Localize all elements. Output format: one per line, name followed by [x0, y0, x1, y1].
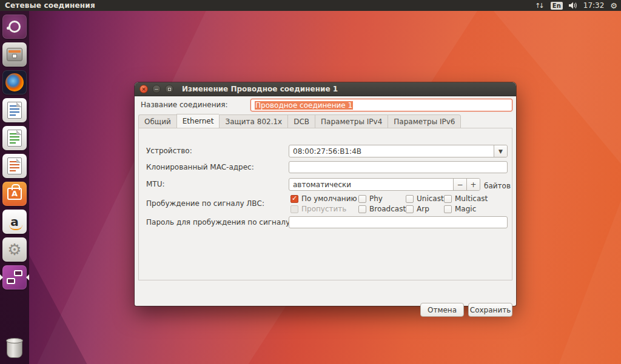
checkbox-icon — [290, 195, 298, 203]
checkbox-label: Phy — [369, 194, 383, 203]
network-connections-icon — [2, 265, 27, 290]
ethernet-tab-panel: Устройство: 08:00:27:56:B1:4B ▼ Клониров… — [138, 128, 512, 280]
mtu-value: автоматически — [293, 180, 453, 189]
checkbox-icon — [358, 195, 366, 203]
focused-app-arrow-icon — [26, 274, 29, 280]
launcher-item-libreoffice-writer[interactable] — [2, 98, 27, 122]
wake-on-lan-column: По умолчанию Пропустить — [290, 194, 357, 213]
wake-on-lan-column: Unicast Arp — [406, 194, 444, 213]
dialog-titlebar[interactable]: × − Изменение Проводное соединение 1 — [135, 82, 516, 96]
checkbox-unicast[interactable]: Unicast — [406, 194, 444, 203]
checkbox-icon — [444, 205, 452, 213]
gear-wrench-icon: ⚙ — [7, 242, 21, 257]
checkbox-arp[interactable]: Arp — [406, 205, 444, 213]
cancel-button[interactable]: Отмена — [420, 303, 464, 317]
connection-name-label: Название соединения: — [141, 101, 228, 109]
tab-ipv4-settings[interactable]: Параметры IPv4 — [315, 114, 388, 128]
launcher-item-dash-home[interactable] — [2, 15, 27, 39]
mtu-spinbutton[interactable]: автоматически − + — [289, 178, 480, 191]
calc-document-icon — [7, 130, 22, 147]
running-app-arrow-icon — [0, 274, 3, 280]
top-menu-bar: Сетевые соединения ↑↓ En 17:32 ⚙ — [0, 0, 621, 11]
checkbox-ignore: Пропустить — [290, 205, 357, 213]
checkbox-multicast[interactable]: Multicast — [444, 194, 488, 203]
launcher-item-libreoffice-impress[interactable] — [2, 154, 27, 178]
checkbox-label: Arp — [417, 205, 429, 213]
connection-name-selected-text: Проводное соединение 1 — [255, 101, 353, 110]
file-cabinet-icon — [7, 48, 22, 61]
impress-document-icon — [7, 157, 22, 174]
tab-ipv6-settings[interactable]: Параметры IPv6 — [388, 114, 461, 128]
checkbox-label: Unicast — [417, 194, 444, 203]
device-value: 08:00:27:56:B1:4B — [293, 147, 361, 156]
amazon-icon: a — [10, 216, 19, 228]
wake-on-lan-column: Phy Broadcast — [358, 194, 406, 213]
checkbox-magic[interactable]: Magic — [444, 205, 488, 213]
tab-802-1x-security[interactable]: Защита 802.1x — [219, 114, 287, 128]
minimize-button[interactable]: − — [152, 85, 161, 93]
wake-password-label: Пароль для пробуждения по сигналу ЛВС: — [146, 218, 310, 227]
writer-document-icon — [7, 102, 22, 119]
checkbox-label: Пропустить — [301, 205, 346, 213]
keyboard-layout-indicator[interactable]: En — [551, 2, 563, 10]
device-label: Устройство: — [146, 147, 192, 155]
shopping-bag-icon: A — [7, 188, 22, 200]
launcher-item-files[interactable] — [2, 42, 27, 67]
wake-on-lan-label: Пробуждение по сигналу ЛВС: — [146, 199, 264, 208]
launcher-item-software-center[interactable]: A — [2, 182, 27, 206]
system-tray: ↑↓ En 17:32 ⚙ — [535, 1, 617, 10]
checkbox-label: Multicast — [455, 194, 488, 203]
launcher-item-system-settings[interactable]: ⚙ — [2, 237, 27, 262]
mtu-increment-button[interactable]: + — [466, 179, 480, 190]
launcher-item-network-connections[interactable] — [2, 265, 27, 290]
edit-connection-dialog: × − Изменение Проводное соединение 1 Наз… — [135, 82, 516, 306]
tab-dcb[interactable]: DCB — [287, 114, 315, 128]
session-gear-icon[interactable]: ⚙ — [610, 2, 617, 10]
trash-icon — [7, 340, 22, 358]
maximize-button[interactable] — [165, 85, 173, 93]
sound-indicator-icon[interactable] — [569, 2, 577, 9]
save-button[interactable]: Сохранить — [468, 303, 512, 317]
ubuntu-logo-icon — [8, 21, 21, 33]
checkbox-icon — [406, 205, 414, 213]
checkbox-broadcast[interactable]: Broadcast — [358, 205, 406, 213]
wake-on-lan-column: Multicast Magic — [444, 194, 488, 213]
checkbox-icon — [444, 195, 452, 203]
mtu-label: MTU: — [146, 180, 165, 188]
checkbox-icon — [290, 205, 298, 213]
mtu-unit-label: байтов — [484, 182, 511, 190]
checkbox-label: По умолчанию — [301, 194, 357, 203]
firefox-icon — [5, 73, 24, 91]
mtu-decrement-button[interactable]: − — [453, 179, 466, 190]
tab-general[interactable]: Общий — [138, 114, 176, 128]
launcher-item-trash[interactable] — [2, 337, 27, 361]
tab-ethernet[interactable]: Ethernet — [176, 114, 220, 128]
unity-launcher: A a ⚙ — [0, 11, 29, 364]
checkbox-label: Magic — [455, 205, 476, 213]
settings-tabs: Общий Ethernet Защита 802.1x DCB Парамет… — [138, 114, 461, 128]
checkbox-label: Broadcast — [369, 205, 406, 213]
launcher-item-firefox[interactable] — [2, 70, 27, 94]
desktop: Сетевые соединения ↑↓ En 17:32 ⚙ — [0, 0, 621, 364]
active-app-title: Сетевые соединения — [5, 1, 95, 10]
dialog-body: Название соединения: Проводное соединени… — [135, 96, 516, 305]
cloned-mac-input[interactable] — [289, 161, 508, 173]
close-button[interactable]: × — [139, 85, 148, 93]
device-combobox[interactable]: 08:00:27:56:B1:4B ▼ — [289, 145, 508, 157]
launcher-item-libreoffice-calc[interactable] — [2, 126, 27, 150]
checkbox-icon — [358, 205, 366, 213]
wake-password-input[interactable] — [289, 216, 508, 228]
chevron-down-icon[interactable]: ▼ — [494, 145, 507, 157]
cloned-mac-label: Клонированный MAC-адрес: — [146, 163, 254, 171]
checkbox-phy[interactable]: Phy — [358, 194, 406, 203]
launcher-item-amazon[interactable]: a — [2, 210, 27, 234]
network-indicator-icon[interactable]: ↑↓ — [535, 2, 544, 10]
clock[interactable]: 17:32 — [583, 1, 605, 10]
checkbox-default[interactable]: По умолчанию — [290, 194, 357, 203]
connection-name-input[interactable]: Проводное соединение 1 — [250, 99, 512, 111]
dialog-title: Изменение Проводное соединение 1 — [182, 85, 338, 93]
checkbox-icon — [406, 195, 414, 203]
